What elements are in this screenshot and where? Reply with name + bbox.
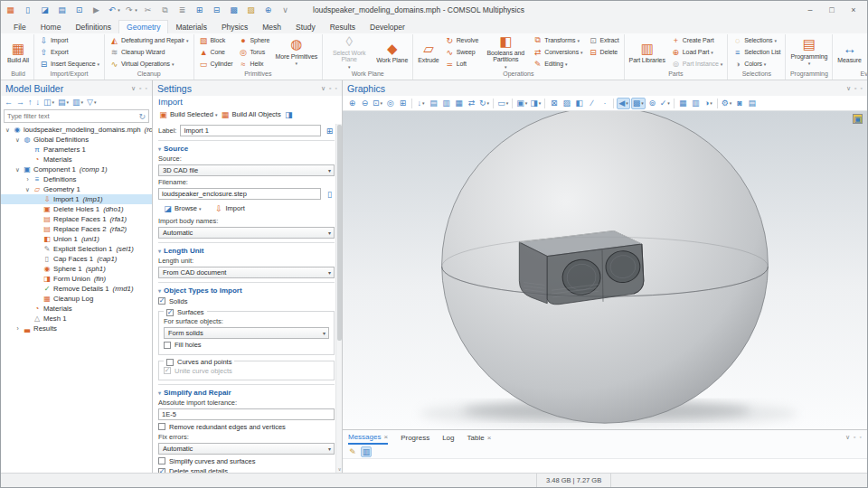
auto-scroll-icon[interactable]: ▥: [361, 446, 372, 457]
rotate-view-icon[interactable]: ↻: [478, 98, 490, 109]
create-part-button[interactable]: +Create Part: [669, 35, 724, 45]
select-points-icon[interactable]: ∙: [599, 98, 610, 109]
tab-log[interactable]: Log: [442, 430, 454, 445]
move-up-icon[interactable]: ↑: [28, 98, 33, 107]
cleanup-wizard-button[interactable]: ≋Cleanup Wizard: [108, 47, 191, 57]
clip-planes-icon[interactable]: ✓: [659, 98, 671, 109]
tab-table[interactable]: Table×: [467, 430, 492, 445]
extrude-button[interactable]: ▱Extrude: [416, 41, 440, 64]
view-zx-icon[interactable]: ▦: [453, 98, 465, 109]
scrollbar-thumb[interactable]: [337, 125, 342, 341]
scene-settings-icon[interactable]: ▭: [496, 98, 509, 109]
tree-item-materials[interactable]: ◔Materials: [1, 304, 152, 314]
build-all-button[interactable]: ▦Build All: [5, 41, 31, 64]
part-libraries-button[interactable]: ▥Part Libraries: [627, 41, 667, 64]
panel-detach-icon[interactable]: ▫: [329, 85, 331, 92]
load-part-button[interactable]: ⊕Load Part: [669, 47, 724, 57]
tree-item-sphere-1[interactable]: ◉Sphere 1(sph1): [1, 264, 152, 274]
cylinder-button[interactable]: ▭Cylinder: [197, 59, 235, 69]
back-icon[interactable]: ←: [5, 98, 13, 107]
panel-detach-icon[interactable]: ▫: [139, 85, 141, 92]
orbit-mode-icon[interactable]: ◀: [617, 98, 629, 109]
tab-progress[interactable]: Progress: [401, 430, 429, 445]
panel-pin-icon[interactable]: ◦: [146, 85, 147, 92]
virtual-operations-button[interactable]: ∿Virtual Operations: [108, 59, 191, 69]
close-icon[interactable]: ×: [844, 3, 863, 17]
find-icon[interactable]: ⊕: [262, 5, 274, 16]
tree-item-root[interactable]: ∨◉loudspeaker_modeling_domains.mph(root): [1, 125, 152, 135]
import-button[interactable]: ⇩Import: [37, 35, 101, 45]
tab-study[interactable]: Study: [288, 21, 323, 33]
length-unit-select[interactable]: From CAD document: [158, 267, 335, 278]
tree-item-remove-details-1[interactable]: ✓Remove Details 1(rmd1): [1, 284, 152, 294]
tab-physics[interactable]: Physics: [214, 21, 255, 33]
qat-menu-icon[interactable]: ∨: [279, 5, 291, 16]
group-by-icon[interactable]: ▤: [58, 98, 69, 107]
extract-button[interactable]: ⊡Extract: [586, 35, 620, 45]
section-source[interactable]: Source: [158, 140, 335, 153]
environment-icon[interactable]: ⊚: [646, 98, 658, 109]
zoom-box-icon[interactable]: ⊡: [372, 98, 383, 109]
settings-scrollbar[interactable]: ∨: [335, 124, 342, 473]
plot-settings-icon[interactable]: ⚙: [721, 98, 733, 109]
refresh-icon[interactable]: ↻: [136, 112, 148, 121]
tree-item-geometry-1[interactable]: ∨▱Geometry 1: [1, 184, 152, 194]
cut-icon[interactable]: ✂: [142, 5, 154, 16]
filename-input[interactable]: [158, 188, 321, 200]
graphics-canvas[interactable]: ▣: [343, 110, 867, 429]
tab-home[interactable]: Home: [33, 21, 69, 33]
filter-icon[interactable]: ▽: [87, 98, 96, 107]
sort-icon[interactable]: ▥: [72, 98, 83, 107]
torus-button[interactable]: ◎Torus: [236, 47, 271, 57]
file-options-icon[interactable]: ▯: [325, 189, 335, 199]
compact-history-icon[interactable]: ▨: [245, 5, 257, 16]
tree-item-union-1[interactable]: ◧Union 1(uni1): [1, 234, 152, 244]
tree-item-cleanup-log[interactable]: ▦Cleanup Log: [1, 294, 152, 304]
helix-button[interactable]: ≈Helix: [236, 59, 271, 69]
transforms-button[interactable]: ⧉Transforms: [531, 35, 584, 45]
curves-and-points-checkbox[interactable]: Curves and points: [164, 358, 234, 366]
source-select[interactable]: 3D CAD file: [158, 164, 335, 176]
redo-icon[interactable]: ↷: [125, 5, 137, 16]
measure-button[interactable]: ↔Measure: [835, 41, 863, 64]
panel-pin-icon[interactable]: ◦: [335, 85, 337, 92]
colors-button[interactable]: ◑Colors: [731, 59, 782, 69]
flip-view-icon[interactable]: ⇄: [466, 98, 477, 109]
view-orientation-icon[interactable]: ↓: [415, 98, 427, 109]
selection-list-button[interactable]: ≡Selection List: [731, 47, 782, 57]
zoom-out-icon[interactable]: ⊖: [359, 98, 371, 109]
render-mode-icon[interactable]: ▩: [631, 98, 646, 109]
duplicate-icon[interactable]: ⊞: [193, 5, 205, 16]
maximize-icon[interactable]: □: [822, 3, 842, 17]
close-tab-icon[interactable]: ×: [487, 434, 492, 442]
select-work-plane-button[interactable]: ◊Select Work Plane: [326, 33, 373, 70]
color-legend-icon[interactable]: ▥: [690, 98, 702, 109]
build-all-objects-button[interactable]: ▦Build All Objects: [220, 109, 280, 119]
import-file-button[interactable]: ⇩Import: [210, 202, 250, 215]
tree-item-delete-holes-1[interactable]: ▣Delete Holes 1(dho1): [1, 204, 152, 214]
tab-mesh[interactable]: Mesh: [255, 21, 288, 33]
paste-icon[interactable]: ≣: [176, 5, 188, 16]
view-yz-icon[interactable]: ▥: [440, 98, 452, 109]
clear-messages-icon[interactable]: ✎: [347, 446, 358, 457]
cone-button[interactable]: ▲Cone: [197, 47, 235, 57]
solids-checkbox[interactable]: Solids: [158, 297, 335, 305]
copy-icon[interactable]: ⧉: [159, 5, 171, 16]
tree-item-explicit-selection-1[interactable]: ✎Explicit Selection 1(sel1): [1, 244, 152, 254]
zoom-in-icon[interactable]: ⊕: [346, 98, 358, 109]
open-file-icon[interactable]: ◪: [39, 5, 51, 16]
run-icon[interactable]: ▶: [90, 5, 102, 16]
save-icon[interactable]: ▤: [56, 5, 68, 16]
graphics-context-icon[interactable]: ▣: [853, 114, 863, 124]
panel-collapse-icon[interactable]: ∨: [131, 85, 136, 92]
booleans-and-partitions-button[interactable]: ◧Booleans and Partitions: [482, 33, 529, 70]
select-boundaries-icon[interactable]: ◧: [573, 98, 585, 109]
close-tab-icon[interactable]: ×: [383, 433, 388, 441]
model-manager-icon[interactable]: ▩: [228, 5, 240, 16]
defeaturing-and-repair-button[interactable]: ◭Defeaturing and Repair: [108, 35, 191, 45]
tree-item-component-1[interactable]: ∨▣Component 1(comp 1): [1, 164, 152, 174]
new-file-icon[interactable]: ▯: [22, 5, 33, 16]
fill-holes-checkbox[interactable]: Fill holes: [164, 341, 329, 349]
tab-messages[interactable]: Messages×: [348, 430, 388, 445]
export-button[interactable]: ⇧Export: [37, 47, 101, 57]
